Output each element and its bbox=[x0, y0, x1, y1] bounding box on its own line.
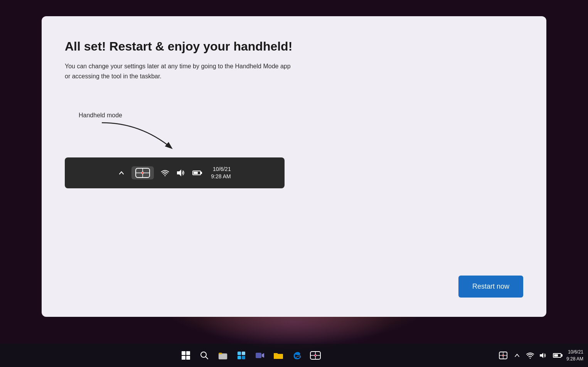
tray-handheld-icon[interactable] bbox=[497, 349, 509, 362]
windows-taskbar: 10/6/21 9:28 AM bbox=[0, 344, 588, 367]
curved-arrow-icon bbox=[94, 119, 194, 154]
svg-rect-13 bbox=[242, 356, 245, 359]
svg-point-24 bbox=[529, 358, 531, 359]
preview-handheld-icon[interactable] bbox=[131, 166, 154, 179]
svg-point-23 bbox=[502, 355, 504, 356]
taskbar-center-icons bbox=[5, 347, 497, 364]
edge-icon bbox=[292, 351, 302, 360]
main-dialog: All set! Restart & enjoy your handheld! … bbox=[42, 16, 546, 317]
svg-rect-12 bbox=[238, 356, 241, 359]
taskbar-file-explorer-button[interactable] bbox=[214, 347, 231, 364]
widgets-icon bbox=[237, 351, 246, 360]
taskbar-meet-button[interactable] bbox=[251, 347, 268, 364]
svg-line-7 bbox=[206, 357, 208, 359]
wifi-tray-icon bbox=[526, 352, 534, 359]
label-arrow: Handheld mode bbox=[71, 93, 523, 154]
taskbar-folder-button[interactable] bbox=[270, 347, 287, 364]
handheld-mode-icon bbox=[310, 351, 321, 360]
tray-volume-icon[interactable] bbox=[538, 347, 549, 364]
svg-point-3 bbox=[142, 172, 144, 174]
svg-point-19 bbox=[315, 355, 317, 357]
folder-icon bbox=[273, 351, 283, 360]
preview-volume-icon bbox=[176, 169, 185, 177]
volume-tray-icon bbox=[539, 352, 547, 359]
svg-marker-15 bbox=[262, 353, 264, 358]
svg-marker-25 bbox=[540, 353, 543, 358]
preview-wifi-icon bbox=[161, 169, 169, 176]
windows-logo-icon bbox=[182, 351, 190, 360]
preview-battery-icon bbox=[192, 171, 201, 175]
taskbar-search-button[interactable] bbox=[196, 347, 213, 364]
file-explorer-icon bbox=[218, 351, 227, 360]
svg-rect-10 bbox=[238, 352, 241, 355]
taskbar-widgets-button[interactable] bbox=[233, 347, 250, 364]
taskbar-start-button[interactable] bbox=[177, 347, 194, 364]
tray-chevron-icon[interactable] bbox=[512, 347, 522, 364]
dialog-title: All set! Restart & enjoy your handheld! bbox=[65, 39, 523, 54]
search-icon bbox=[200, 351, 209, 360]
tray-battery-icon[interactable] bbox=[551, 347, 563, 364]
svg-point-4 bbox=[165, 175, 166, 176]
preview-datetime: 10/6/21 9:28 AM bbox=[211, 166, 231, 181]
taskbar-date: 10/6/21 bbox=[566, 348, 583, 355]
taskbar-preview-bar: 10/6/21 9:28 AM bbox=[65, 157, 285, 188]
tray-wifi-icon[interactable] bbox=[525, 347, 536, 364]
taskbar-time: 9:28 AM bbox=[566, 355, 583, 362]
preview-chevron-icon bbox=[118, 170, 125, 176]
svg-marker-5 bbox=[177, 169, 181, 176]
svg-rect-14 bbox=[256, 353, 261, 358]
chevron-up-icon bbox=[514, 353, 520, 358]
handheld-demo-section: Handheld mode bbox=[65, 93, 523, 188]
taskbar-clock[interactable]: 10/6/21 9:28 AM bbox=[566, 348, 583, 362]
taskbar-sys-icons-group bbox=[497, 347, 563, 364]
meet-icon bbox=[255, 351, 265, 360]
taskbar-handheld-button[interactable] bbox=[307, 347, 324, 364]
handheld-mode-label: Handheld mode bbox=[79, 112, 523, 119]
restart-now-button[interactable]: Restart now bbox=[458, 276, 523, 298]
svg-rect-11 bbox=[242, 352, 245, 355]
dialog-subtitle: You can change your settings later at an… bbox=[65, 61, 296, 81]
preview-gamepad-svg bbox=[135, 168, 150, 178]
battery-display bbox=[553, 353, 561, 358]
tray-handheld-svg bbox=[499, 352, 507, 359]
taskbar-system-tray: 10/6/21 9:28 AM bbox=[497, 347, 583, 364]
svg-rect-9 bbox=[219, 353, 222, 354]
taskbar-edge-button[interactable] bbox=[288, 347, 305, 364]
